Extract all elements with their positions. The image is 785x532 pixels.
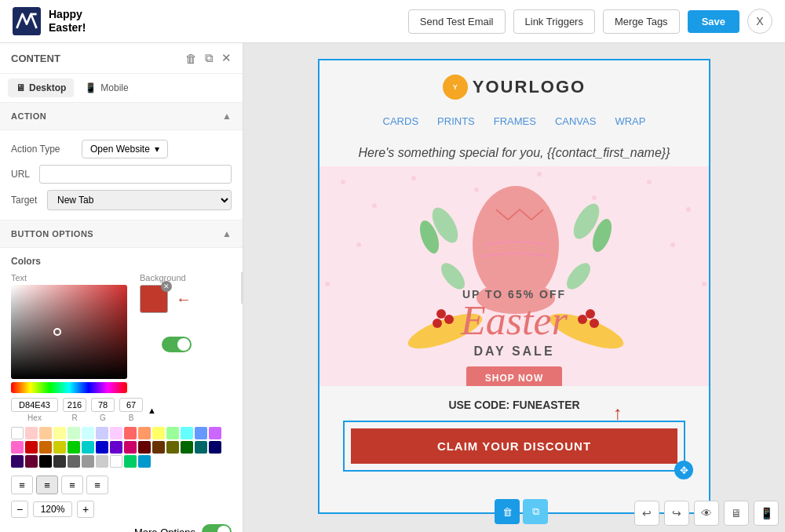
svg-point-2 — [341, 180, 345, 184]
button-options-section-header[interactable]: BUTTON OPTIONS ▲ — [0, 220, 243, 248]
palette-swatch[interactable] — [39, 427, 52, 439]
palette-swatch[interactable] — [209, 427, 221, 439]
palette-swatch[interactable] — [11, 455, 24, 468]
palette-swatch[interactable] — [195, 441, 207, 454]
svg-point-13 — [702, 282, 706, 286]
tab-desktop[interactable]: 🖥 Desktop — [8, 78, 74, 97]
g-input[interactable] — [91, 398, 115, 412]
url-input[interactable] — [39, 165, 232, 184]
nav-canvas[interactable]: CANVAS — [555, 115, 597, 127]
align-right-button[interactable]: ≡ — [61, 476, 83, 494]
palette-swatch[interactable] — [53, 441, 66, 454]
b-input[interactable] — [119, 398, 143, 412]
palette-swatch[interactable] — [82, 441, 94, 454]
palette-swatch[interactable] — [25, 427, 38, 439]
palette-swatch[interactable] — [152, 441, 165, 454]
save-button[interactable]: Save — [688, 10, 739, 33]
nav-prints[interactable]: PRINTS — [437, 115, 475, 127]
palette-swatch[interactable] — [68, 427, 80, 439]
palette-swatch[interactable] — [39, 441, 52, 454]
delete-icon[interactable]: 🗑 — [185, 52, 197, 65]
background-color-swatch[interactable]: ✕ — [140, 285, 168, 313]
size-increase-button[interactable]: + — [77, 501, 94, 518]
email-logo-bar: Y YOURLOGO — [319, 60, 709, 107]
claim-discount-button[interactable]: CLAIM YOUR DISCOUNT — [351, 428, 677, 464]
palette-swatch[interactable] — [181, 427, 193, 439]
size-row: − + — [11, 501, 232, 518]
align-left-button[interactable]: ≡ — [11, 476, 33, 494]
remove-color-icon[interactable]: ✕ — [161, 281, 172, 292]
topbar-actions: Send Test Email Link Triggers Merge Tags… — [408, 9, 772, 34]
action-section-header[interactable]: ACTION ▲ — [0, 103, 243, 130]
desktop-view-button[interactable]: 🖥 — [724, 501, 749, 526]
palette-swatch[interactable] — [195, 427, 207, 439]
palette-swatch[interactable] — [25, 455, 38, 468]
move-icon[interactable]: ✥ — [674, 461, 693, 479]
preview-button[interactable]: 👁 — [694, 501, 719, 526]
shop-now-button[interactable]: SHOP NOW — [466, 366, 562, 386]
send-test-email-button[interactable]: Send Test Email — [408, 9, 506, 34]
palette-swatch[interactable] — [68, 441, 80, 454]
palette-swatch[interactable] — [138, 441, 151, 454]
palette-swatch[interactable] — [11, 441, 24, 454]
svg-point-27 — [590, 319, 599, 328]
palette-swatch[interactable] — [138, 455, 151, 468]
sidebar-icons: 🗑 ⧉ ✕ — [185, 51, 232, 65]
desktop-icon: 🖥 — [16, 82, 25, 93]
nav-wrap[interactable]: WRAP — [615, 115, 645, 127]
palette-swatch[interactable] — [110, 441, 122, 454]
sidebar: CONTENT 🗑 ⧉ ✕ 🖥 Desktop 📱 Mobile ACTION … — [0, 43, 243, 532]
mobile-view-button[interactable]: 📱 — [754, 501, 779, 526]
r-input[interactable] — [63, 398, 86, 412]
palette-swatch[interactable] — [25, 441, 38, 454]
palette-swatch[interactable] — [110, 455, 122, 468]
more-options-toggle[interactable] — [202, 524, 232, 532]
palette-swatch[interactable] — [209, 441, 221, 454]
palette-swatch[interactable] — [53, 427, 66, 439]
size-input[interactable] — [33, 501, 72, 517]
svg-point-7 — [592, 195, 597, 200]
palette-swatch[interactable] — [96, 441, 108, 454]
palette-swatch[interactable] — [124, 427, 137, 439]
tab-mobile[interactable]: 📱 Mobile — [77, 78, 136, 97]
palette-swatch[interactable] — [152, 427, 165, 439]
palette-swatch[interactable] — [96, 455, 108, 468]
palette-swatch[interactable] — [82, 427, 94, 439]
color-picker-gradient[interactable] — [11, 285, 127, 379]
palette-swatch[interactable] — [138, 427, 151, 439]
align-justify-button[interactable]: ≡ — [86, 476, 108, 494]
align-center-button[interactable]: ≡ — [36, 476, 58, 494]
action-type-button[interactable]: Open Website ▾ — [82, 140, 168, 159]
nav-frames[interactable]: FRAMES — [494, 115, 536, 127]
palette-swatch[interactable] — [39, 455, 52, 468]
undo-button[interactable]: ↩ — [634, 501, 659, 526]
palette-swatch[interactable] — [53, 455, 66, 468]
email-logo: Y YOURLOGO — [443, 75, 586, 100]
palette-swatch[interactable] — [124, 455, 137, 468]
palette-swatch[interactable] — [181, 441, 193, 454]
toggle-switch[interactable] — [162, 337, 192, 352]
email-copy-button[interactable]: ⧉ — [523, 499, 548, 524]
palette-swatch[interactable] — [96, 427, 108, 439]
hue-slider[interactable] — [11, 382, 127, 393]
close-sidebar-icon[interactable]: ✕ — [221, 51, 232, 65]
main-layout: CONTENT 🗑 ⧉ ✕ 🖥 Desktop 📱 Mobile ACTION … — [0, 43, 785, 532]
target-select[interactable]: New Tab Same Tab — [47, 190, 232, 210]
redo-button[interactable]: ↪ — [664, 501, 689, 526]
email-trash-button[interactable]: 🗑 — [495, 499, 520, 524]
size-decrease-button[interactable]: − — [11, 501, 28, 518]
palette-swatch[interactable] — [110, 427, 122, 439]
close-button[interactable]: X — [747, 9, 772, 34]
palette-swatch[interactable] — [82, 455, 94, 468]
nav-cards[interactable]: CARDS — [383, 115, 419, 127]
merge-tags-button[interactable]: Merge Tags — [603, 9, 680, 34]
palette-swatch[interactable] — [68, 455, 80, 468]
palette-swatch[interactable] — [166, 441, 179, 454]
palette-swatch[interactable] — [124, 441, 137, 454]
collapse-hex-icon[interactable]: ▲ — [148, 406, 156, 415]
copy-icon[interactable]: ⧉ — [205, 51, 214, 65]
link-triggers-button[interactable]: Link Triggers — [513, 9, 595, 34]
palette-swatch[interactable] — [166, 427, 179, 439]
hex-input[interactable] — [11, 398, 58, 412]
palette-swatch[interactable] — [11, 427, 24, 439]
